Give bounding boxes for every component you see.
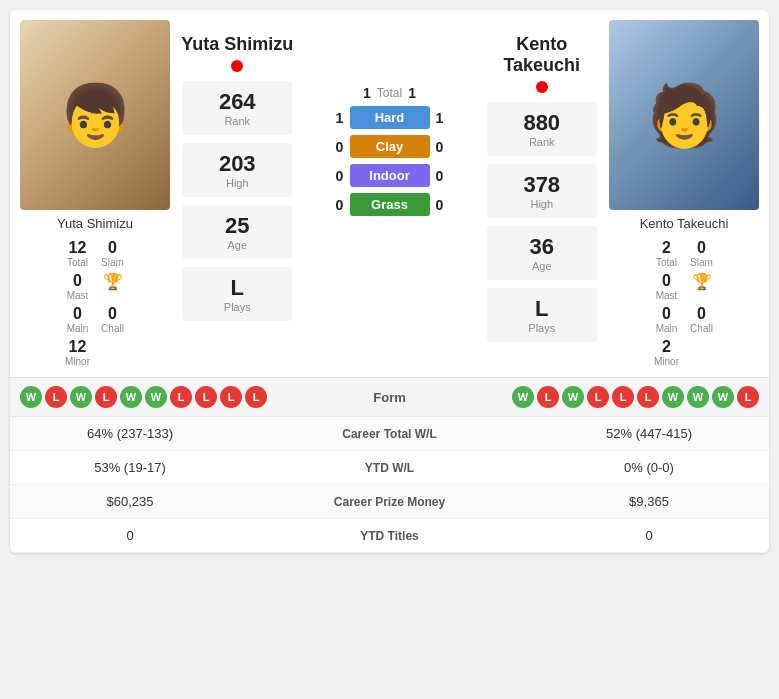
right-minor-val: 2 [662,338,671,356]
surface-left-score-2: 0 [330,168,350,184]
form-bubble-left-4: W [120,386,142,408]
left-rank-panel: 264 Rank [182,81,292,135]
player-right-photo: 🧑 [609,20,759,210]
form-bubble-right-7: W [687,386,709,408]
right-player-title: KentoTakeuchi [503,34,580,76]
surface-right-score-0: 1 [430,110,450,126]
total-label: Total [377,86,402,100]
left-col: Yuta Shimizu 264 Rank 203 High 25 Age L … [175,20,300,367]
right-slam-val: 0 [697,239,706,257]
form-label: Form [373,390,406,405]
left-minor-val: 12 [69,338,87,356]
right-minor-cell: 2 Minor [654,338,679,367]
right-age-label: Age [499,260,585,272]
form-bubble-left-8: L [220,386,242,408]
right-minor-label: Minor [654,356,679,367]
players-section: 👦 Yuta Shimizu 12 Total 0 Slam 0 Mast 🏆 [10,10,769,377]
surface-btn-hard[interactable]: Hard [350,106,430,129]
left-total-val: 12 [69,239,87,257]
surface-btn-grass[interactable]: Grass [350,193,430,216]
stats-label-3: YTD Titles [230,529,549,543]
form-bubble-right-3: L [587,386,609,408]
right-total-cell: 2 Total [654,239,679,268]
stats-right-val-2: $9,365 [549,494,749,509]
left-total-label: Total [67,257,88,268]
surface-left-score-0: 1 [330,110,350,126]
right-chall-val: 0 [697,305,706,323]
right-flag [536,81,548,93]
player-left-stats: 12 Total 0 Slam 0 Mast 🏆 0 Main [65,239,125,367]
left-chall-val: 0 [108,305,117,323]
form-bubble-right-2: W [562,386,584,408]
right-high-val: 378 [499,172,585,198]
form-bubble-left-9: L [245,386,267,408]
stats-row-3: 0 YTD Titles 0 [10,519,769,553]
form-bubble-left-3: L [95,386,117,408]
right-rank-panel: 880 Rank [487,102,597,156]
left-mast-val: 0 [73,272,82,290]
left-rank-label: Rank [194,115,280,127]
form-bubbles-right: WLWLLLWWWL [512,386,759,408]
player-left: 👦 Yuta Shimizu 12 Total 0 Slam 0 Mast 🏆 [15,20,175,367]
left-trophy-icon: 🏆 [103,272,123,291]
form-bubble-right-1: L [537,386,559,408]
form-bubble-left-6: L [170,386,192,408]
left-player-header: Yuta Shimizu [181,30,293,77]
total-right-score: 1 [402,85,422,101]
player-left-name-label: Yuta Shimizu [57,216,133,231]
right-rank-label: Rank [499,136,585,148]
stats-left-val-0: 64% (237-133) [30,426,230,441]
right-high-label: High [499,198,585,210]
form-section: WLWLWWLLLL Form WLWLLLWWWL [10,377,769,416]
right-age-val: 36 [499,234,585,260]
surface-row-grass: 0 Grass 0 [320,190,460,219]
right-main-cell: 0 Main [654,305,679,334]
stats-row-2: $60,235 Career Prize Money $9,365 [10,485,769,519]
left-minor-label: Minor [65,356,90,367]
left-high-panel: 203 High [182,143,292,197]
surface-btn-clay[interactable]: Clay [350,135,430,158]
stats-left-val-1: 53% (19-17) [30,460,230,475]
right-col: KentoTakeuchi 880 Rank 378 High 36 Age L… [480,20,605,367]
right-age-panel: 36 Age [487,226,597,280]
left-main-label: Main [67,323,89,334]
left-minor-cell: 12 Minor [65,338,90,367]
left-slam-val: 0 [108,239,117,257]
left-plays-panel: L Plays [182,267,292,321]
right-trophy-icon: 🏆 [692,272,712,291]
form-bubble-left-1: L [45,386,67,408]
left-age-label: Age [194,239,280,251]
left-high-label: High [194,177,280,189]
form-bubble-right-6: W [662,386,684,408]
surface-btn-indoor[interactable]: Indoor [350,164,430,187]
left-chall-cell: 0 Chall [100,305,125,334]
right-chall-label: Chall [690,323,713,334]
left-trophy-cell: 🏆 [100,272,125,301]
right-slam-cell: 0 Slam [689,239,714,268]
surface-right-score-3: 0 [430,197,450,213]
form-bubble-right-9: L [737,386,759,408]
middle-col: 1 Total 1 1 Hard 1 0 Clay 0 0 Indoor 0 0… [300,20,480,367]
total-left-score: 1 [357,85,377,101]
right-plays-val: L [499,296,585,322]
right-mast-cell: 0 Mast [654,272,679,301]
player-right-stats: 2 Total 0 Slam 0 Mast 🏆 0 Main [654,239,714,367]
surface-right-score-2: 0 [430,168,450,184]
surface-row-hard: 1 Hard 1 [320,103,460,132]
stats-right-val-0: 52% (447-415) [549,426,749,441]
stats-right-val-3: 0 [549,528,749,543]
right-total-label: Total [656,257,677,268]
left-plays-label: Plays [194,301,280,313]
surface-left-score-3: 0 [330,197,350,213]
right-trophy-cell: 🏆 [689,272,714,301]
right-total-val: 2 [662,239,671,257]
stats-label-1: YTD W/L [230,461,549,475]
player-right-name-label: Kento Takeuchi [640,216,729,231]
right-main-val: 0 [662,305,671,323]
form-bubble-right-5: L [637,386,659,408]
surface-row-clay: 0 Clay 0 [320,132,460,161]
form-bubble-left-7: L [195,386,217,408]
left-player-title: Yuta Shimizu [181,34,293,55]
stats-left-val-2: $60,235 [30,494,230,509]
left-total-cell: 12 Total [65,239,90,268]
